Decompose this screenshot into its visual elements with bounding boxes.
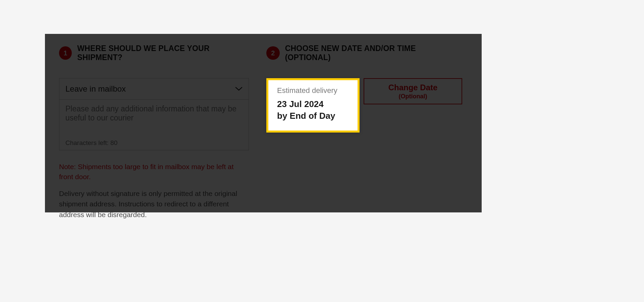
step1-header: 1 WHERE SHOULD WE PLACE YOUR SHIPMENT?	[59, 44, 249, 62]
placement-select-value: Leave in mailbox	[65, 84, 126, 94]
step1-title: WHERE SHOULD WE PLACE YOUR SHIPMENT?	[77, 44, 249, 62]
step2-column: 2 CHOOSE NEW DATE AND/OR TIME (OPTIONAL)…	[263, 34, 482, 212]
step1-column: 1 WHERE SHOULD WE PLACE YOUR SHIPMENT? L…	[45, 34, 263, 212]
delivery-date-line2: by End of Day	[277, 111, 335, 121]
step2-number-badge: 2	[266, 46, 280, 60]
delivery-date-line1: 23 Jul 2024	[277, 99, 324, 109]
change-date-button[interactable]: Change Date (Optional)	[364, 78, 462, 104]
chevron-down-icon	[235, 87, 243, 91]
instructions-textarea-wrap: Characters left: 80	[59, 100, 249, 150]
date-row: Estimated delivery 23 Jul 2024 by End of…	[266, 78, 462, 133]
step2-title: CHOOSE NEW DATE AND/OR TIME (OPTIONAL)	[285, 44, 462, 62]
change-date-sublabel: (Optional)	[399, 93, 427, 100]
estimated-delivery-label: Estimated delivery	[277, 86, 349, 95]
estimated-delivery-card: Estimated delivery 23 Jul 2024 by End of…	[266, 78, 360, 133]
signature-note: Delivery without signature is only permi…	[59, 188, 247, 220]
mailbox-note: Note: Shipments too large to fit in mail…	[59, 162, 249, 182]
step1-number-badge: 1	[59, 46, 72, 60]
delivery-options-panel: 1 WHERE SHOULD WE PLACE YOUR SHIPMENT? L…	[45, 34, 482, 212]
estimated-delivery-date: 23 Jul 2024 by End of Day	[277, 98, 349, 122]
step2-header: 2 CHOOSE NEW DATE AND/OR TIME (OPTIONAL)	[266, 44, 462, 62]
change-date-label: Change Date	[388, 83, 438, 92]
instructions-textarea[interactable]	[65, 104, 243, 137]
placement-select[interactable]: Leave in mailbox	[59, 78, 249, 100]
char-counter: Characters left: 80	[65, 139, 243, 147]
